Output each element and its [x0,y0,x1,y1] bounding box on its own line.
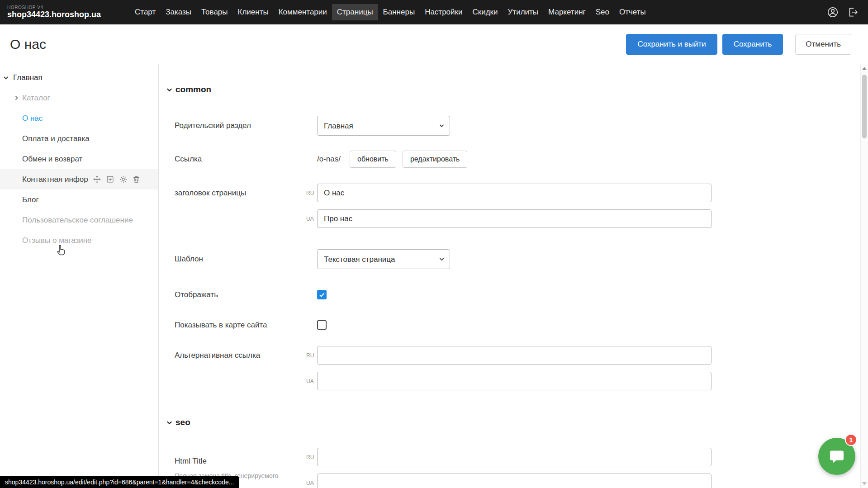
nav-products[interactable]: Товары [196,4,232,20]
sidebar-item-obmen[interactable]: Обмен и возврат [0,149,158,169]
sitemap-checkbox[interactable] [317,320,327,330]
field-label: Родительский раздел [175,121,306,130]
html-title-ru-input[interactable] [317,448,711,466]
chat-widget-button[interactable]: 1 [818,438,855,475]
display-checkbox[interactable] [317,290,327,299]
sidebar-item-kontaktnaya[interactable]: Контактная инфор [0,169,158,190]
chat-bubble-icon [828,447,846,465]
field-label: Отображать [175,290,306,299]
chevron-right-icon[interactable] [14,95,19,101]
field-alt-link: Альтернативная ссылка RU UA [175,346,868,390]
delete-icon[interactable] [132,175,141,184]
lang-ua-label: UA [306,378,317,384]
chevron-down-icon [166,419,173,426]
nav-start[interactable]: Старт [130,4,161,20]
topbar: HOROSHOP V4 shop34423.horoshop.ua Старт … [0,0,868,24]
sidebar-item-katalog[interactable]: Каталог [0,88,158,108]
save-and-exit-button[interactable]: Сохранить и выйти [626,34,717,55]
refresh-link-button[interactable]: обновить [350,151,396,168]
alt-link-ru-input[interactable] [317,346,711,365]
field-page-title: заголовок страницы RU UA [175,184,868,228]
nav-settings[interactable]: Настройки [420,4,467,20]
page-title-ru-input[interactable] [317,184,711,202]
parent-section-select-wrap: Главная [317,116,450,136]
content: Главная Каталог О нас Оплата и доставка … [0,64,868,488]
chevron-down-icon [166,86,173,93]
field-label: заголовок страницы [175,184,306,228]
brand[interactable]: HOROSHOP V4 shop34423.horoshop.ua [7,5,101,19]
settings-icon[interactable] [119,175,128,184]
section-common-label: common [175,85,211,95]
brand-domain: shop34423.horoshop.ua [7,10,101,19]
sidebar-item-blog[interactable]: Блог [0,190,158,210]
lang-ru-label: RU [306,454,317,460]
sidebar-item-label: Пользовательское соглашение [22,216,133,225]
sidebar-item-oplata[interactable]: Оплата и доставка [0,128,158,149]
sidebar-item-label: Главная [13,73,43,82]
field-template: Шаблон Текстовая страница [175,249,868,269]
lang-ua-label: UA [306,216,317,222]
top-navigation: Старт Заказы Товары Клиенты Комментарии … [130,0,651,24]
sidebar-item-soglashenie[interactable]: Пользовательское соглашение [0,210,158,230]
chevron-down-icon[interactable] [3,75,9,81]
scroll-down-button[interactable] [862,482,867,485]
move-icon[interactable] [93,175,101,184]
scroll-up-button[interactable] [862,67,867,70]
html-title-label: Html Title [175,457,207,465]
sidebar-item-label: Обмен и возврат [22,155,82,164]
section-seo-label: seo [175,417,190,427]
vertical-scrollbar[interactable] [860,64,868,488]
field-label: Показывать в карте сайта [175,321,306,330]
field-link: Ссылка /o-nas/ обновить редактировать [175,151,868,168]
nav-utilities[interactable]: Утилиты [503,4,544,20]
page-header: О нас Сохранить и выйти Сохранить Отмени… [0,24,868,64]
field-label: Шаблон [175,255,306,264]
link-path: /o-nas/ [317,151,341,168]
nav-clients[interactable]: Клиенты [233,4,274,20]
sidebar-item-label: Контактная инфор [22,175,88,184]
nav-banners[interactable]: Баннеры [378,4,420,20]
page-edit-form: common Родительский раздел Главная Ссылк… [159,64,868,488]
edit-link-button[interactable]: редактировать [403,151,467,168]
tree-item-actions [93,175,141,184]
section-seo[interactable]: seo [166,417,868,428]
nav-discounts[interactable]: Скидки [467,4,503,20]
section-common[interactable]: common [166,84,868,95]
field-label: Альтернативная ссылка [175,346,306,390]
add-icon[interactable] [106,175,114,184]
nav-seo[interactable]: Seo [591,4,614,20]
lang-ua-label: UA [306,480,317,486]
template-select[interactable]: Текстовая страница [317,249,450,269]
sidebar-item-glavnaya[interactable]: Главная [0,67,158,88]
chat-badge: 1 [845,434,857,446]
sidebar-item-label: О нас [22,114,43,123]
nav-comments[interactable]: Комментарии [274,4,332,20]
field-label: Ссылка [175,151,306,168]
template-select-wrap: Текстовая страница [317,249,450,269]
sidebar-item-label: Оплата и доставка [22,134,90,143]
lang-ru-label: RU [306,352,317,359]
alt-link-ua-input[interactable] [317,372,711,390]
sidebar-item-o-nas[interactable]: О нас [0,108,158,128]
scroll-thumb[interactable] [862,75,867,138]
nav-marketing[interactable]: Маркетинг [543,4,591,20]
nav-orders[interactable]: Заказы [161,4,196,20]
parent-section-select[interactable]: Главная [317,116,450,136]
html-title-ua-input[interactable] [317,474,711,488]
save-button[interactable]: Сохранить [722,34,783,55]
sidebar-item-label: Отзывы о магазине [22,236,92,245]
header-actions: Сохранить и выйти Сохранить Отменить [626,34,851,55]
account-icon[interactable] [827,6,839,18]
page-title-ua-input[interactable] [317,209,711,228]
field-html-title: Html Title Полная замена title, генериру… [175,448,868,488]
sidebar-item-otzyvy[interactable]: Отзывы о магазине [0,230,158,251]
nav-reports[interactable]: Отчеты [614,4,651,20]
field-display: Отображать [175,290,868,299]
lang-ru-label: RU [306,190,317,196]
nav-pages[interactable]: Страницы [332,4,378,20]
field-label: Html Title Полная замена title, генериру… [175,448,306,480]
logout-icon[interactable] [847,6,859,18]
cancel-button[interactable]: Отменить [795,34,851,55]
topbar-icons [827,0,859,24]
field-parent-section: Родительский раздел Главная [175,116,868,136]
